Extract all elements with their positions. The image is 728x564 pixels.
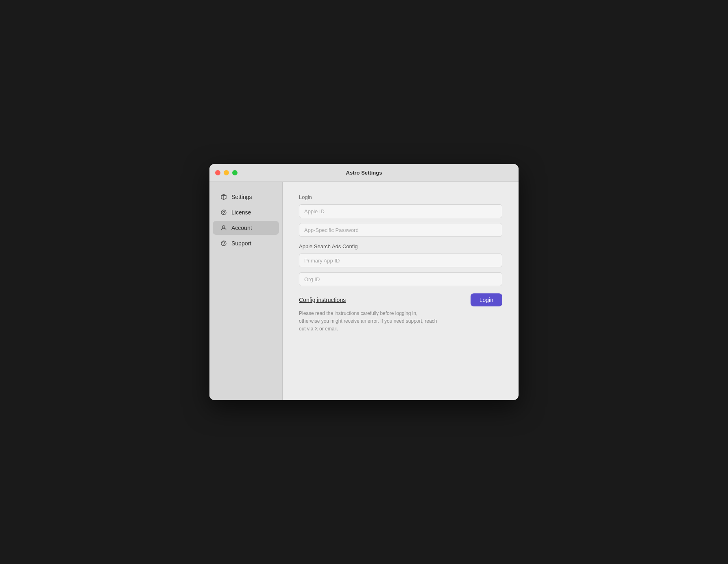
maximize-button[interactable] (232, 170, 238, 175)
login-button[interactable]: Login (471, 293, 502, 306)
close-button[interactable] (215, 170, 220, 175)
minimize-button[interactable] (224, 170, 229, 175)
org-id-group (299, 272, 502, 286)
account-icon (220, 224, 227, 232)
license-icon (220, 209, 227, 216)
svg-point-4 (223, 245, 224, 245)
titlebar: Astro Settings (209, 164, 519, 182)
helper-text: Please read the instructions carefully b… (299, 310, 437, 333)
primary-app-id-group (299, 254, 502, 267)
sidebar-item-license[interactable]: License (213, 205, 279, 219)
sidebar-item-settings-label: Settings (231, 194, 252, 200)
search-ads-section: Apple Search Ads Config (299, 243, 502, 249)
svg-point-1 (224, 214, 224, 214)
main-content: Login Apple Search Ads Config Config ins… (283, 182, 519, 400)
sidebar-item-support-label: Support (231, 240, 251, 247)
login-section-label: Login (299, 194, 502, 200)
window-controls (215, 170, 238, 175)
sidebar-item-account[interactable]: Account (213, 221, 279, 235)
apple-id-group (299, 204, 502, 218)
apple-id-input[interactable] (299, 204, 502, 218)
primary-app-id-input[interactable] (299, 254, 502, 267)
svg-point-2 (222, 226, 225, 228)
sidebar-item-support[interactable]: Support (213, 236, 279, 250)
password-input[interactable] (299, 223, 502, 237)
sidebar-item-license-label: License (231, 209, 251, 216)
window-title: Astro Settings (346, 170, 382, 176)
search-ads-label: Apple Search Ads Config (299, 243, 502, 249)
app-window: Astro Settings Settings (209, 164, 519, 400)
sidebar-item-settings[interactable]: Settings (213, 190, 279, 204)
window-body: Settings License (209, 182, 519, 400)
config-row: Config instructions Login (299, 293, 502, 306)
box-icon (220, 193, 227, 201)
password-group (299, 223, 502, 237)
org-id-input[interactable] (299, 272, 502, 286)
sidebar: Settings License (209, 182, 283, 400)
config-instructions-link[interactable]: Config instructions (299, 297, 346, 303)
sidebar-item-account-label: Account (231, 225, 252, 231)
support-icon (220, 240, 227, 247)
